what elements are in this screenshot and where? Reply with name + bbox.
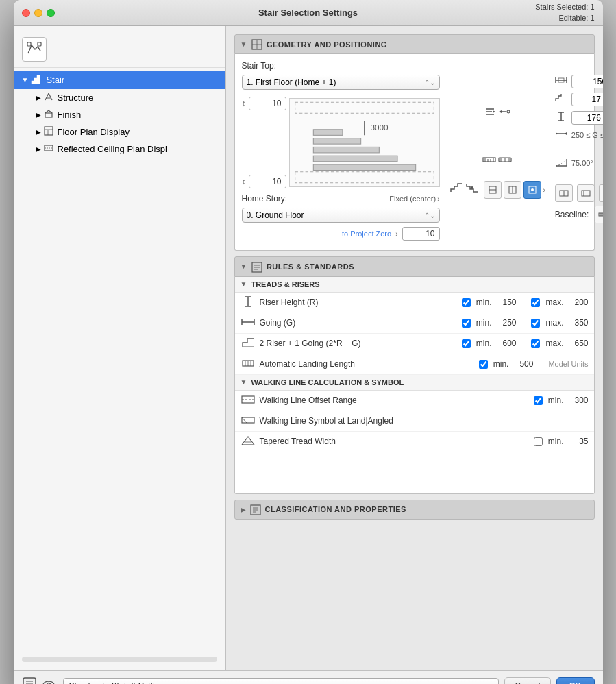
height-input[interactable] (571, 111, 603, 125)
icon-btn-3-active[interactable] (523, 181, 541, 199)
rule-row-walking-symbol: Walking Line Symbol at Land|Angled (235, 411, 594, 432)
landing-min-val: 500 (513, 359, 533, 369)
icon-btn-1[interactable] (484, 181, 502, 199)
geometry-header: ▼ GEOMETRY AND POSITIONING (234, 34, 595, 54)
landing-icon (241, 358, 256, 371)
range-icon (555, 129, 567, 141)
walking-arrow-icon: ▼ (241, 378, 247, 386)
riser-min-check[interactable] (462, 298, 471, 307)
svg-point-36 (471, 186, 473, 189)
going-min-check[interactable] (462, 319, 471, 328)
stair-preview: 3000 (289, 98, 440, 187)
right-width-row (555, 75, 603, 88)
sidebar-item-structure[interactable]: ▶ Structure (14, 89, 225, 106)
sidebar-item-finish[interactable]: ▶ Finish (14, 106, 225, 123)
width-input[interactable] (571, 75, 603, 88)
walking-offset-label: Walking Line Offset Range (260, 395, 530, 405)
minimize-button[interactable] (34, 9, 42, 17)
icon-btn-2[interactable] (504, 181, 521, 199)
top-offset-input[interactable] (249, 97, 286, 110)
svg-rect-15 (295, 103, 434, 114)
svg-rect-17 (313, 156, 397, 162)
close-button[interactable] (22, 9, 30, 17)
right-icon-btn-3[interactable] (599, 184, 603, 202)
svg-rect-92 (242, 417, 254, 423)
measure-icon[interactable] (482, 153, 496, 169)
align-right-icon[interactable] (498, 106, 510, 120)
two-riser-max-check[interactable] (531, 339, 540, 348)
stair-top-row: Stair Top: (242, 61, 440, 71)
geometry-section: ▼ GEOMETRY AND POSITIONING (234, 34, 595, 251)
svg-rect-0 (27, 42, 31, 46)
home-story-select[interactable]: 0. Ground Floor ⌃⌄ (242, 208, 440, 223)
baseline-section: Baseline: (555, 206, 603, 223)
walking-offset-icon (241, 394, 256, 407)
sidebar-item-floor-plan[interactable]: ▶ Floor Plan Display (14, 123, 225, 141)
bottom-bar: Structural - Stair & Railing › Cancel OK (14, 670, 603, 684)
svg-text:3000: 3000 (370, 123, 389, 132)
treads-arrow-icon: ▼ (241, 280, 247, 288)
stair-top-value: 1. First Floor (Home + 1) (247, 77, 336, 87)
stats-top: Stairs Selected: 1 Editable: 1 (535, 2, 594, 23)
main-window: Stair Selection Settings Stairs Selected… (14, 0, 603, 684)
right-icon-btn-1[interactable] (555, 184, 573, 202)
baseline-input[interactable] (402, 227, 440, 241)
bottom-library-select[interactable]: Structural - Stair & Railing › (63, 678, 500, 685)
right-angle-row: 75.00° (555, 157, 603, 169)
walking-offset-check[interactable] (534, 396, 543, 405)
going-max-check[interactable] (531, 319, 540, 328)
sidebar-item-reflected[interactable]: ▶ Reflected Ceiling Plan Displ (14, 141, 225, 158)
fixed-center-label: Fixed (center) (389, 195, 436, 203)
stair-label: Stair (46, 75, 64, 85)
svg-point-42 (531, 188, 534, 191)
tapered-min-label: min. (548, 437, 564, 446)
step-icon[interactable] (449, 181, 463, 199)
floor-plan-label: Floor Plan Display (58, 127, 130, 137)
sidebar-tool-icon[interactable] (22, 37, 47, 62)
tapered-val: 35 (568, 437, 589, 446)
floor-plan-icon (44, 126, 53, 138)
tapered-check[interactable] (534, 437, 543, 446)
ok-button[interactable]: OK (556, 677, 595, 685)
main-content: ▼ GEOMETRY AND POSITIONING (226, 26, 603, 670)
sidebar-item-stair[interactable]: ▼ Stair (14, 71, 225, 89)
right-fixed-row: Fixed (center) › (555, 173, 603, 181)
svg-rect-7 (45, 127, 53, 135)
structure-label: Structure (58, 93, 94, 103)
baseline-icon-1[interactable] (594, 206, 602, 223)
bottom-offset-input[interactable] (249, 175, 286, 188)
icon-more-arrow[interactable]: › (543, 186, 545, 194)
right-icon-btn-2[interactable] (577, 184, 595, 202)
step2-icon[interactable] (465, 181, 479, 199)
to-project-row: to Project Zero › (242, 227, 440, 241)
rule-row-riser: Riser Height (R) min. 150 max. 200 (235, 293, 594, 313)
stair-top-select[interactable]: 1. First Floor (Home + 1) ⌃⌄ (242, 75, 440, 90)
structure-arrow-icon: ▶ (36, 94, 41, 101)
svg-rect-3 (34, 78, 37, 84)
measure2-icon[interactable] (498, 153, 512, 169)
two-riser-min-check[interactable] (462, 339, 471, 348)
reflected-label: Reflected Ceiling Plan Displ (58, 144, 167, 154)
to-project-link[interactable]: to Project Zero (342, 230, 391, 238)
rules-arrow-icon: ▼ (241, 262, 247, 270)
sidebar-scrollbar[interactable] (22, 657, 217, 662)
right-height-row: ▲ ▼ (555, 110, 603, 125)
maximize-button[interactable] (47, 9, 55, 17)
top-arrow-icon: ↕ (242, 99, 246, 108)
home-story-chevron-icon: ⌃⌄ (424, 212, 435, 219)
riser-max-check[interactable] (531, 298, 540, 307)
align-left-icon[interactable] (484, 106, 496, 120)
geometry-arrow-icon: ▼ (241, 40, 247, 48)
going-max-label: max. (545, 318, 563, 328)
landing-min-check[interactable] (479, 360, 488, 369)
rules-icon (251, 260, 262, 272)
stair-arrow-icon: ▼ (22, 76, 29, 84)
cancel-button[interactable]: Cancel (504, 677, 550, 685)
riser-min-val: 150 (495, 297, 516, 307)
rules-body: ▼ TREADS & RISERS Riser Height (R) (234, 277, 595, 494)
count-input[interactable] (571, 93, 603, 106)
stair-preview-area: ↕ ↕ (242, 94, 440, 191)
rule-row-tapered: Tapered Tread Width min. 35 (235, 432, 594, 452)
svg-marker-51 (556, 132, 558, 135)
svg-rect-6 (45, 113, 52, 117)
